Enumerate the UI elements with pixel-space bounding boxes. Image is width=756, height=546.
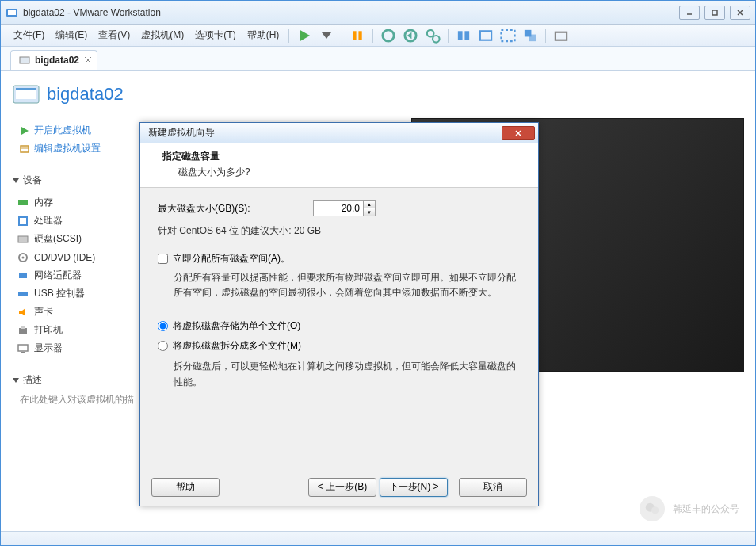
tab-close-icon[interactable] (84, 55, 92, 63)
svg-rect-37 (19, 273, 27, 278)
menu-help[interactable]: 帮助(H) (242, 25, 284, 45)
wizard-title: 指定磁盘容量 (162, 150, 524, 163)
separator (342, 29, 342, 43)
app-icon (6, 6, 18, 19)
dialog-titlebar: 新建虚拟机向导 (140, 123, 538, 143)
store-single-label: 将虚拟磁盘存储为单个文件(O) (173, 319, 300, 333)
svg-marker-31 (13, 178, 19, 183)
help-button[interactable]: 帮助 (151, 478, 220, 497)
allocate-hint-text: 分配所有容量可以提高性能，但要求所有物理磁盘空间立即可用。如果不立即分配所有空间… (174, 270, 521, 300)
cancel-button[interactable]: 取消 (459, 478, 527, 497)
svg-rect-42 (18, 345, 28, 351)
max-disk-label: 最大磁盘大小(GB)(S): (158, 202, 269, 216)
max-disk-input[interactable] (313, 200, 364, 216)
svg-rect-34 (18, 236, 28, 242)
store-single-radio[interactable] (158, 321, 168, 331)
vm-tab-label: bigdata02 (35, 55, 79, 66)
separator (288, 29, 289, 43)
allocate-now-checkbox[interactable] (158, 254, 168, 264)
minimize-button[interactable] (679, 6, 700, 20)
svg-marker-7 (322, 32, 331, 39)
revert-icon[interactable] (403, 28, 418, 44)
manage-snapshot-icon[interactable] (425, 28, 441, 44)
svg-marker-12 (407, 32, 412, 39)
store-split-row: 将虚拟磁盘拆分成多个文件(M) (158, 339, 521, 353)
menu-tabs[interactable]: 选项卡(T) (190, 25, 240, 45)
play-icon[interactable] (296, 28, 312, 44)
svg-rect-8 (353, 31, 357, 40)
maximize-button[interactable] (704, 6, 725, 20)
svg-point-36 (22, 256, 25, 258)
svg-rect-22 (20, 57, 29, 63)
svg-point-10 (383, 29, 394, 40)
edit-settings-label: 编辑虚拟机设置 (34, 142, 101, 155)
view1-icon[interactable] (456, 28, 472, 44)
svg-rect-20 (529, 34, 536, 41)
snapshot-icon[interactable] (380, 28, 396, 44)
svg-rect-15 (458, 31, 463, 40)
svg-rect-1 (8, 10, 16, 15)
dialog-body: 最大磁盘大小(GB)(S): ▲ ▼ 针对 CentOS 64 位 的建议大小:… (140, 188, 538, 468)
vm-name-label: bigdata02 (47, 84, 124, 105)
svg-rect-16 (465, 31, 470, 40)
svg-marker-28 (21, 127, 29, 135)
dialog-header: 指定磁盘容量 磁盘大小为多少? (140, 143, 538, 188)
menu-file[interactable]: 文件(F) (9, 25, 49, 45)
description-label: 描述 (23, 373, 42, 387)
spinner-buttons: ▲ ▼ (364, 200, 376, 216)
vm-tab-icon (19, 55, 30, 66)
content-area: bigdata02 开启此虚拟机 编辑虚拟机设置 设备 内存2 G处理器1硬盘(… (1, 71, 755, 531)
main-window: bigdata02 - VMware Workstation 文件(F) 编辑(… (0, 0, 756, 546)
watermark: 韩延丰的公众号 (640, 496, 739, 521)
separator (545, 29, 546, 43)
store-split-radio[interactable] (158, 341, 168, 351)
printer-icon (17, 324, 29, 337)
devices-label: 设备 (23, 174, 42, 187)
svg-marker-44 (13, 378, 19, 383)
svg-rect-27 (16, 88, 36, 90)
svg-rect-33 (19, 217, 27, 225)
fullscreen-icon[interactable] (500, 28, 516, 44)
svg-rect-17 (480, 31, 491, 40)
dialog-footer: 帮助 < 上一步(B) 下一步(N) > 取消 (140, 468, 538, 506)
cpu-icon (17, 215, 29, 227)
suspend-icon[interactable] (349, 28, 365, 44)
next-button[interactable]: 下一步(N) > (380, 478, 448, 497)
spinner-down[interactable]: ▼ (364, 208, 375, 216)
store-single-row: 将虚拟磁盘存储为单个文件(O) (158, 319, 521, 333)
menu-edit[interactable]: 编辑(E) (51, 25, 92, 45)
back-button[interactable]: < 上一步(B) (308, 478, 376, 497)
spinner-up[interactable]: ▲ (364, 201, 375, 208)
svg-point-47 (651, 506, 659, 514)
svg-rect-29 (21, 146, 29, 152)
library-icon[interactable] (553, 28, 569, 44)
allocate-now-label: 立即分配所有磁盘空间(A)。 (173, 252, 290, 265)
dialog-close-button[interactable] (502, 126, 535, 140)
menu-view[interactable]: 查看(V) (94, 25, 135, 45)
close-button[interactable] (730, 6, 750, 20)
wechat-icon (640, 496, 665, 521)
dropdown-icon[interactable] (319, 28, 334, 44)
network-icon (17, 269, 29, 282)
svg-rect-3 (712, 10, 717, 15)
wizard-dialog: 新建虚拟机向导 指定磁盘容量 磁盘大小为多少? 最大磁盘大小(GB)(S): ▲… (139, 122, 539, 506)
titlebar: bigdata02 - VMware Workstation (1, 1, 755, 25)
store-split-label: 将虚拟磁盘拆分成多个文件(M) (173, 339, 301, 353)
svg-rect-40 (19, 328, 27, 334)
vm-title-block: bigdata02 (12, 80, 215, 109)
allocate-now-row: 立即分配所有磁盘空间(A)。 (158, 252, 521, 265)
svg-rect-9 (359, 31, 362, 40)
svg-point-14 (433, 36, 440, 43)
wizard-subtitle: 磁盘大小为多少? (178, 166, 524, 179)
statusbar (1, 531, 755, 545)
separator (372, 29, 373, 43)
vm-icon (12, 80, 40, 109)
view2-icon[interactable] (478, 28, 494, 44)
max-disk-row: 最大磁盘大小(GB)(S): ▲ ▼ (158, 200, 521, 216)
svg-point-13 (427, 29, 434, 36)
window-buttons (679, 6, 750, 20)
vm-tab[interactable]: bigdata02 (10, 50, 97, 70)
window-title: bigdata02 - VMware Workstation (23, 7, 679, 18)
unity-icon[interactable] (522, 28, 538, 44)
menu-vm[interactable]: 虚拟机(M) (136, 25, 189, 45)
